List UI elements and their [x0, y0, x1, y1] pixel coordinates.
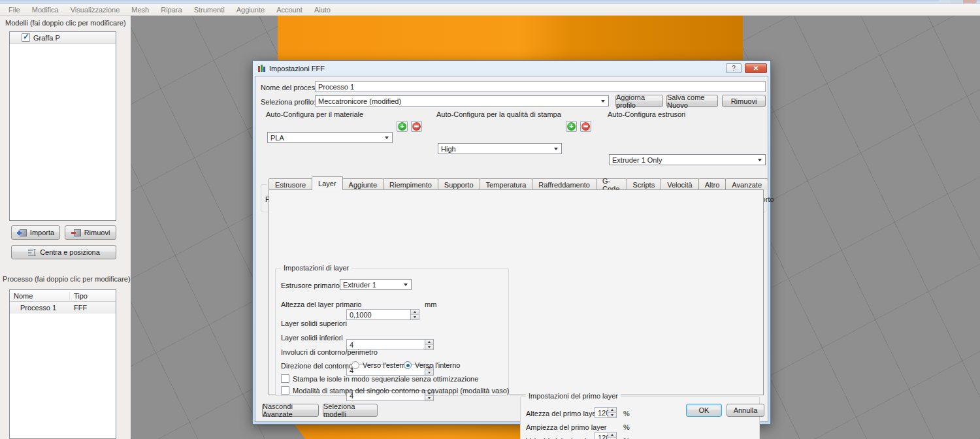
process-name-cell: Processo 1 — [10, 304, 70, 312]
dialog-title: Impostazioni FFF — [269, 65, 325, 73]
material-select[interactable]: PLA — [267, 132, 393, 143]
direction-inside-option[interactable]: Verso l'interno — [404, 361, 460, 369]
direction-outside-label: Verso l'esterno — [363, 361, 410, 369]
first-layer-height-spinner[interactable]: 120 — [595, 407, 617, 418]
tab-aggiunte[interactable]: Aggiunte — [342, 178, 384, 190]
process-section-label: Processo (fai doppio clic per modificare… — [3, 275, 131, 283]
quality-value: High — [441, 145, 456, 153]
first-layer-title: Impostazioni del primo layer — [526, 392, 621, 400]
direction-inside-label: Verso l'interno — [415, 361, 460, 369]
tab-velocita[interactable]: Velocità — [661, 178, 699, 190]
hide-advanced-button[interactable]: Nascondi Avanzate — [262, 404, 319, 417]
menu-aiuto[interactable]: Aiuto — [308, 5, 336, 14]
close-button[interactable]: ✕ — [745, 63, 767, 73]
ok-button[interactable]: OK — [686, 404, 722, 417]
menu-ripara[interactable]: Ripara — [155, 5, 188, 14]
direction-outside-option[interactable]: Verso l'esterno — [351, 361, 410, 369]
sequential-islands-option[interactable]: Stampa le isole in modo sequenziale senz… — [281, 374, 478, 383]
model-3d-top[interactable] — [278, 16, 743, 61]
remove-button-label: Rimuovi — [84, 229, 110, 236]
process-table[interactable]: Nome Tipo Processo 1 FFF — [9, 289, 116, 439]
layer-settings-group: Impostazioni di layer Estrusore primario… — [275, 268, 509, 396]
process-table-header[interactable]: Nome Tipo — [10, 290, 116, 302]
spin-down-icon[interactable] — [425, 396, 433, 400]
tab-gcode[interactable]: G-Code — [596, 178, 627, 190]
fff-settings-dialog: Impostazioni FFF ? ✕ Nome del processo: … — [252, 60, 771, 425]
sidebar: Modelli (fai doppio clic per modificare)… — [0, 16, 131, 439]
model-list[interactable]: ✓ Graffa P — [9, 31, 116, 221]
menu-strumenti[interactable]: Strumenti — [188, 5, 231, 14]
menu-account[interactable]: Account — [270, 5, 308, 14]
center-and-arrange-button[interactable]: Centra e posiziona — [11, 245, 116, 259]
select-models-button[interactable]: Seleziona modelli — [323, 404, 378, 417]
add-quality-button[interactable]: + — [566, 121, 577, 132]
import-button[interactable]: Importa — [11, 225, 60, 240]
process-name-input[interactable]: Processo 1 — [315, 81, 766, 92]
spin-up-icon[interactable] — [411, 310, 419, 315]
remove-profile-label: Rimuovi — [731, 97, 757, 105]
tab-supporto[interactable]: Supporto — [438, 178, 480, 190]
update-profile-button[interactable]: Aggiorna profilo — [615, 95, 663, 107]
tab-altro[interactable]: Altro — [698, 178, 727, 190]
save-as-new-button[interactable]: Salva come Nuovo — [666, 95, 718, 107]
spin-up-icon[interactable] — [608, 408, 616, 413]
quality-select[interactable]: High — [438, 143, 562, 154]
profile-value: Meccatronicore (modified) — [318, 97, 401, 105]
menu-aggiunte[interactable]: Aggiunte — [231, 5, 270, 14]
tab-layer[interactable]: Layer — [312, 176, 343, 190]
hide-advanced-label: Nascondi Avanzate — [263, 402, 318, 418]
ok-label: OK — [699, 406, 710, 414]
add-material-button[interactable]: + — [397, 121, 408, 132]
table-row[interactable]: Processo 1 FFF — [10, 302, 116, 314]
tab-raffreddamento[interactable]: Raffreddamento — [532, 178, 596, 190]
vase-mode-checkbox[interactable] — [281, 386, 289, 395]
tab-scripts[interactable]: Scripts — [627, 178, 662, 190]
model-checkbox[interactable]: ✓ — [22, 33, 30, 42]
sequential-islands-checkbox[interactable] — [281, 374, 289, 383]
col-nome[interactable]: Nome — [10, 292, 70, 300]
bottom-layers-label: Layer solidi inferiori — [281, 334, 343, 342]
select-models-label: Seleziona modelli — [323, 402, 377, 418]
tab-temperatura[interactable]: Temperatura — [480, 178, 533, 190]
tab-riempimento[interactable]: Riempimento — [383, 178, 438, 190]
help-button[interactable]: ? — [726, 63, 742, 73]
primary-extruder-label: Estrusore primario — [281, 282, 340, 289]
radio-icon[interactable] — [351, 361, 359, 369]
col-tipo[interactable]: Tipo — [70, 292, 88, 300]
dialog-titlebar[interactable]: Impostazioni FFF ? ✕ — [253, 61, 770, 76]
spin-down-icon[interactable] — [411, 315, 419, 319]
process-type-cell: FFF — [70, 304, 87, 312]
remove-quality-button[interactable] — [580, 121, 591, 132]
cancel-button[interactable]: Annulla — [727, 404, 764, 417]
dropdown-icon — [601, 100, 605, 103]
tab-avanzate[interactable]: Avanzate — [725, 178, 768, 190]
spin-up-icon[interactable] — [425, 340, 433, 345]
model-list-item[interactable]: ✓ Graffa P — [10, 32, 116, 44]
auto-quality-label: Auto-Configura per la qualità di stampa — [436, 110, 561, 118]
vase-mode-option[interactable]: Modalità di stampa del singolo contorno … — [281, 386, 509, 395]
auto-material-label: Auto-Configura per il materiale — [266, 110, 363, 118]
spin-down-icon[interactable] — [425, 345, 433, 350]
menu-file[interactable]: File — [3, 5, 26, 14]
remove-material-button[interactable] — [411, 121, 422, 132]
extruder-config-select[interactable]: Extruder 1 Only — [609, 154, 766, 165]
menu-visualizzazione[interactable]: Visualizzazione — [65, 5, 126, 14]
fff-icon — [257, 64, 266, 73]
radio-selected-icon[interactable] — [404, 361, 412, 369]
menu-mesh[interactable]: Mesh — [125, 5, 155, 14]
menu-modifica[interactable]: Modifica — [26, 5, 65, 14]
spin-down-icon[interactable] — [608, 413, 616, 417]
window-controls-sliver — [939, 0, 977, 3]
dropdown-icon — [404, 284, 408, 286]
dialog-body: Nome del processo: Processo 1 Seleziona … — [255, 76, 768, 422]
layer-height-spinner[interactable]: 0,1000 — [346, 309, 419, 320]
remove-button[interactable]: Rimuovi — [65, 225, 116, 240]
tab-estrusore[interactable]: Estrusore — [269, 178, 312, 190]
add-icon: + — [567, 122, 576, 131]
profile-select[interactable]: Meccatronicore (modified) — [315, 95, 609, 106]
spin-up-icon[interactable] — [608, 432, 616, 438]
remove-profile-button[interactable]: Rimuovi — [722, 95, 766, 107]
primary-extruder-select[interactable]: Extruder 1 — [340, 279, 412, 290]
settings-tabbar: Estrusore Layer Aggiunte Riempimento Sup… — [269, 176, 768, 190]
profile-label: Seleziona profilo: — [261, 98, 316, 106]
